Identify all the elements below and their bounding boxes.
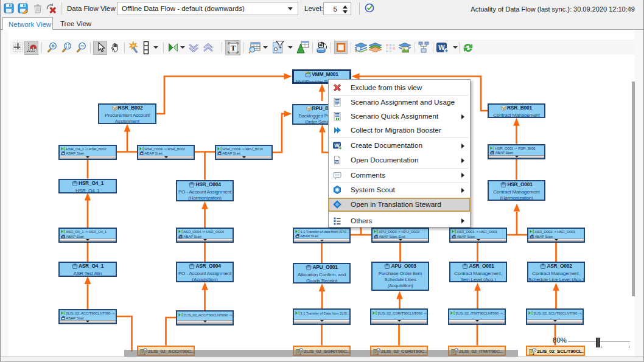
svg-text:W: W [335, 160, 339, 164]
